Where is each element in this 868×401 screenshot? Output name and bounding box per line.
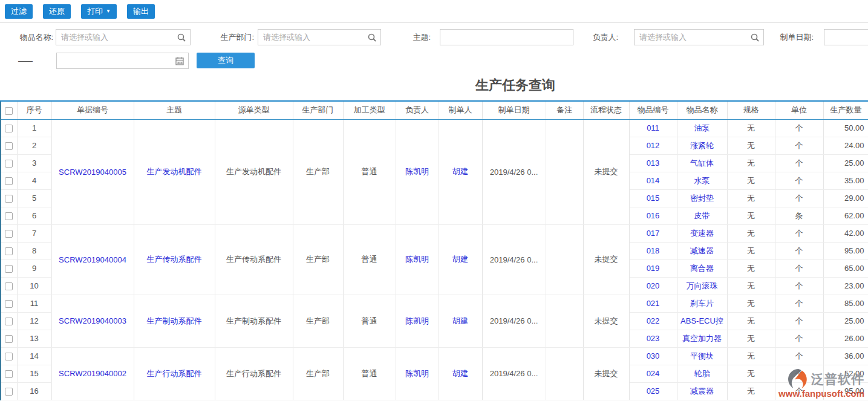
qty-cell: 35.00 <box>823 172 868 189</box>
item-name-link[interactable]: 涨紧轮 <box>690 141 714 150</box>
row-checkbox[interactable] <box>5 212 13 220</box>
owner-link[interactable]: 陈凯明 <box>405 167 429 176</box>
row-checkbox[interactable] <box>5 265 13 273</box>
item-name-link[interactable]: 油泵 <box>694 123 710 132</box>
owner-link[interactable]: 陈凯明 <box>405 316 429 325</box>
row-checkbox[interactable] <box>5 160 13 168</box>
item-name-link[interactable]: 真空加力器 <box>682 334 722 343</box>
department-input[interactable] <box>258 30 380 45</box>
department-cell: 生产部 <box>293 347 343 400</box>
select-all-checkbox[interactable] <box>5 107 13 115</box>
item-name-input[interactable] <box>56 30 190 45</box>
export-button[interactable]: 输出 <box>127 4 155 19</box>
subject-link[interactable]: 生产传动系配件 <box>147 255 202 264</box>
row-checkbox[interactable] <box>5 300 13 308</box>
subject-link[interactable]: 生产制动系配件 <box>147 316 202 325</box>
creator-link[interactable]: 胡建 <box>452 369 468 378</box>
subject-field <box>440 29 573 45</box>
print-button[interactable]: 打印 ▼ <box>81 4 117 19</box>
item-name-link[interactable]: 万向滚珠 <box>687 281 718 290</box>
row-checkbox[interactable] <box>5 370 13 378</box>
spec-cell: 无 <box>727 330 775 347</box>
subject-link[interactable]: 生产发动机配件 <box>147 167 202 176</box>
item-name-link[interactable]: 变速器 <box>690 229 714 238</box>
row-checkbox[interactable] <box>5 230 13 238</box>
search-icon[interactable] <box>750 33 760 42</box>
item-name-link[interactable]: 气缸体 <box>690 158 714 168</box>
item-name-link[interactable]: 皮带 <box>694 211 710 220</box>
header-cell: 备注 <box>546 101 583 119</box>
creator-link[interactable]: 胡建 <box>452 316 468 325</box>
owner-link[interactable]: 陈凯明 <box>405 369 429 378</box>
item-code-link[interactable]: 025 <box>647 386 660 396</box>
doc-no-link[interactable]: SCRW2019040005 <box>59 168 126 177</box>
item-name-link[interactable]: 轮胎 <box>694 369 710 378</box>
doc-no-link[interactable]: SCRW2019040003 <box>59 316 126 325</box>
qty-cell: 62.00 <box>823 207 868 224</box>
spec-cell: 无 <box>727 242 775 259</box>
row-checkbox[interactable] <box>5 247 13 255</box>
row-checkbox[interactable] <box>5 142 13 150</box>
filter-button[interactable]: 过滤 <box>5 4 33 19</box>
owner-link[interactable]: 陈凯明 <box>405 255 429 264</box>
item-code-link[interactable]: 020 <box>647 281 660 290</box>
item-code-link[interactable]: 017 <box>647 229 660 238</box>
search-icon[interactable] <box>367 33 377 42</box>
date-to-input[interactable] <box>57 53 188 68</box>
checkbox-cell <box>1 207 17 224</box>
item-code-link[interactable]: 012 <box>647 141 660 150</box>
item-code-link[interactable]: 030 <box>647 351 660 360</box>
row-checkbox[interactable] <box>5 125 13 132</box>
qty-cell: 85.00 <box>823 295 868 312</box>
item-code-link[interactable]: 015 <box>647 194 660 203</box>
item-code-link[interactable]: 023 <box>647 334 660 343</box>
creator-link[interactable]: 胡建 <box>452 167 468 176</box>
item-code-link[interactable]: 019 <box>647 264 660 273</box>
item-code-link[interactable]: 022 <box>647 316 660 325</box>
header-cell: 主题 <box>134 101 215 119</box>
spec-cell: 无 <box>727 277 775 295</box>
item-name-link: ABS-ECU控 <box>677 312 727 330</box>
item-name-link[interactable]: 水泵 <box>694 176 710 185</box>
item-code-link[interactable]: 014 <box>647 176 660 185</box>
qty-cell: 65.00 <box>823 259 868 277</box>
item-code-link[interactable]: 016 <box>647 211 660 220</box>
item-code-link[interactable]: 021 <box>647 299 660 308</box>
subject-link[interactable]: 生产行动系配件 <box>147 369 202 378</box>
row-checkbox[interactable] <box>5 318 13 325</box>
remark-cell <box>546 119 583 224</box>
checkbox-cell <box>1 312 17 330</box>
item-name-link[interactable]: 平衡块 <box>690 351 714 360</box>
row-checkbox[interactable] <box>5 353 13 360</box>
restore-button[interactable]: 还原 <box>43 4 71 19</box>
qty-cell: 29.00 <box>823 189 868 207</box>
item-name-link[interactable]: 刹车片 <box>690 299 714 308</box>
owner-link: 陈凯明 <box>396 347 439 400</box>
owner-input[interactable] <box>635 30 763 45</box>
row-checkbox[interactable] <box>5 195 13 203</box>
calendar-icon[interactable] <box>175 56 184 66</box>
row-checkbox[interactable] <box>5 388 13 396</box>
date-from-input[interactable] <box>824 30 868 45</box>
header-cell: 规格 <box>727 101 775 119</box>
doc-no-link[interactable]: SCRW2019040004 <box>59 255 126 264</box>
item-name-link[interactable]: 密封垫 <box>690 194 714 203</box>
item-name-link[interactable]: 减速器 <box>690 246 714 255</box>
item-name-link[interactable]: ABS-ECU控 <box>680 316 723 325</box>
item-code-link[interactable]: 011 <box>647 123 659 132</box>
source-type-cell: 生产制动系配件 <box>215 295 293 347</box>
search-button[interactable]: 查询 <box>197 53 255 68</box>
search-icon[interactable] <box>177 33 186 42</box>
item-code-link[interactable]: 013 <box>647 158 660 168</box>
item-code-link: 020 <box>629 277 677 295</box>
row-checkbox[interactable] <box>5 282 13 290</box>
doc-no-link[interactable]: SCRW2019040002 <box>59 369 126 378</box>
subject-input[interactable] <box>440 30 573 45</box>
row-checkbox[interactable] <box>5 335 13 343</box>
item-name-link[interactable]: 减震器 <box>690 386 714 396</box>
creator-link[interactable]: 胡建 <box>452 255 468 264</box>
item-code-link[interactable]: 018 <box>647 246 660 255</box>
row-checkbox[interactable] <box>5 177 13 185</box>
item-name-link[interactable]: 离合器 <box>690 264 714 273</box>
item-code-link[interactable]: 024 <box>647 369 660 378</box>
